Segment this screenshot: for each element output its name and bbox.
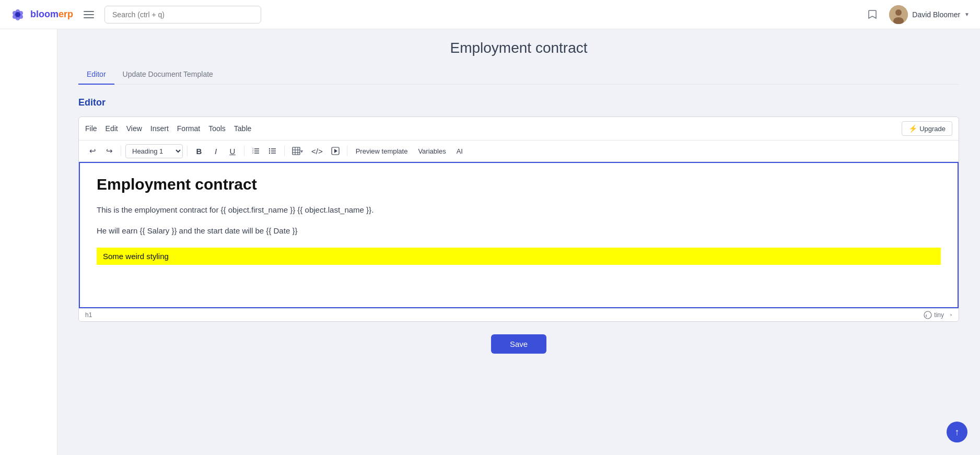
resize-icon xyxy=(946,312,952,318)
toolbar-formatting-row: ↩ ↪ Heading 1 Heading 2 Heading 3 Normal… xyxy=(79,141,959,162)
scroll-to-top-button[interactable]: ↑ xyxy=(947,422,967,442)
user-name-label: David Bloomer xyxy=(912,10,960,19)
separator-4 xyxy=(284,146,285,156)
logo-text: bloomerp xyxy=(30,9,73,20)
upgrade-button[interactable]: ⚡ Upgrade xyxy=(902,121,952,136)
hamburger-button[interactable] xyxy=(81,9,96,20)
status-tag: h1 xyxy=(85,311,92,319)
editor-paragraph-2: He will earn {{ Salary }} and the start … xyxy=(97,225,941,237)
separator-5 xyxy=(347,146,347,156)
svg-point-19 xyxy=(269,148,270,149)
editor-section-label: Editor xyxy=(78,97,959,108)
separator-2 xyxy=(187,146,188,156)
sidebar xyxy=(0,29,57,455)
editor-statusbar: h1 t tiny xyxy=(79,308,959,321)
table-button[interactable]: ▾ xyxy=(289,144,306,158)
save-button[interactable]: Save xyxy=(491,334,546,354)
preview-play-button[interactable] xyxy=(328,144,343,158)
code-button[interactable]: </> xyxy=(308,144,326,158)
undo-button[interactable]: ↩ xyxy=(85,144,100,158)
tiny-logo-icon: t xyxy=(924,311,932,319)
underline-button[interactable]: U xyxy=(225,144,240,158)
menu-tools[interactable]: Tools xyxy=(208,124,226,133)
separator-3 xyxy=(244,146,244,156)
variables-button[interactable]: Variables xyxy=(414,145,450,157)
unordered-list-button[interactable] xyxy=(265,144,280,158)
logo-icon xyxy=(10,7,25,22)
toolbar-menu-row: File Edit View Insert Format Tools Table… xyxy=(79,117,959,141)
lightning-icon: ⚡ xyxy=(908,124,917,133)
svg-point-8 xyxy=(895,9,902,16)
preview-template-button[interactable]: Preview template xyxy=(352,145,412,157)
italic-button[interactable]: I xyxy=(208,144,223,158)
search-input[interactable] xyxy=(104,6,261,24)
svg-text:t: t xyxy=(926,314,927,318)
ai-button[interactable]: AI xyxy=(452,145,467,157)
editor-container: File Edit View Insert Format Tools Table… xyxy=(78,116,959,322)
separator-1 xyxy=(121,146,121,156)
heading-select[interactable]: Heading 1 Heading 2 Heading 3 Normal xyxy=(125,144,183,158)
editor-heading: Employment contract xyxy=(97,176,941,193)
tab-editor[interactable]: Editor xyxy=(78,65,114,85)
menu-items: File Edit View Insert Format Tools Table xyxy=(85,124,251,133)
save-area: Save xyxy=(78,334,959,354)
logo-area: bloomerp xyxy=(10,7,73,22)
tabs-container: Editor Update Document Template xyxy=(78,65,959,85)
avatar xyxy=(889,5,908,24)
menu-view[interactable]: View xyxy=(126,124,142,133)
editor-highlighted-text: Some weird styling xyxy=(97,248,941,265)
menu-format[interactable]: Format xyxy=(177,124,200,133)
menu-insert[interactable]: Insert xyxy=(150,124,169,133)
bold-button[interactable]: B xyxy=(192,144,206,158)
svg-point-21 xyxy=(269,153,270,154)
svg-point-6 xyxy=(15,12,20,17)
menu-file[interactable]: File xyxy=(85,124,97,133)
topnav: bloomerp David Bloomer ▼ xyxy=(0,0,980,29)
svg-rect-22 xyxy=(293,147,300,155)
menu-edit[interactable]: Edit xyxy=(106,124,118,133)
avatar-image xyxy=(889,5,908,24)
tiny-logo: t tiny xyxy=(924,311,952,319)
page-title: Employment contract xyxy=(78,29,959,65)
editor-paragraph-1: This is the employment contract for {{ o… xyxy=(97,204,941,216)
ordered-list-button[interactable]: 123 xyxy=(249,144,263,158)
chevron-down-icon: ▼ xyxy=(964,11,970,17)
menu-table[interactable]: Table xyxy=(234,124,251,133)
user-area[interactable]: David Bloomer ▼ xyxy=(889,5,970,24)
bookmark-icon[interactable] xyxy=(864,6,881,23)
svg-point-20 xyxy=(269,150,270,151)
tab-update-document[interactable]: Update Document Template xyxy=(114,65,221,85)
svg-marker-28 xyxy=(334,149,337,153)
main-content: Employment contract Editor Update Docume… xyxy=(57,29,980,455)
redo-button[interactable]: ↪ xyxy=(102,144,116,158)
svg-text:3: 3 xyxy=(252,151,254,154)
editor-body[interactable]: Employment contract This is the employme… xyxy=(79,162,959,308)
